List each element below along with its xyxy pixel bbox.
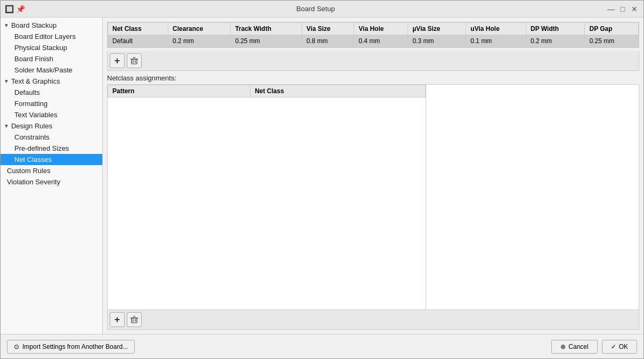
sidebar-item-physical-stackup[interactable]: Physical Stackup xyxy=(1,42,102,53)
add-net-class-button[interactable]: + xyxy=(110,53,125,68)
main-panel: Net Class Clearance Track Width Via Size… xyxy=(103,18,643,334)
delete-net-class-button[interactable] xyxy=(127,53,142,68)
titlebar-left-icons: 🔲 📌 xyxy=(5,5,25,13)
sidebar-label: Pre-defined Sizes xyxy=(14,144,69,152)
trash-icon xyxy=(130,56,138,65)
action-buttons: ⊗ Cancel ✓ OK xyxy=(551,340,637,354)
sidebar-item-defaults[interactable]: Defaults xyxy=(1,87,102,98)
sidebar-item-board-finish[interactable]: Board Finish xyxy=(1,53,102,64)
col-dp-width: DP Width xyxy=(526,23,585,35)
cell-clearance: 0.2 mm xyxy=(168,35,231,47)
col-track-width: Track Width xyxy=(231,23,302,35)
sidebar-item-board-stackup[interactable]: ▼ Board Stackup xyxy=(1,20,102,31)
chevron-icon: ▼ xyxy=(4,78,9,84)
window-title: Board Setup xyxy=(25,5,606,13)
pin-icon: 📌 xyxy=(16,5,25,13)
cancel-icon: ⊗ xyxy=(560,343,566,350)
chevron-icon: ▼ xyxy=(4,22,9,28)
sidebar-item-board-editor-layers[interactable]: Board Editor Layers xyxy=(1,31,102,42)
net-class-toolbar: + xyxy=(107,51,639,71)
col-pattern: Pattern xyxy=(108,85,250,97)
sidebar-item-solder-mask-paste[interactable]: Solder Mask/Paste xyxy=(1,64,102,76)
content-area: ▼ Board Stackup Board Editor Layers Phys… xyxy=(1,18,643,334)
assignments-toolbar: + xyxy=(107,310,639,330)
sidebar-label: Board Stackup xyxy=(11,21,56,29)
sidebar-item-net-classes[interactable]: Net Classes xyxy=(1,154,102,165)
sidebar-item-design-rules[interactable]: ▼ Design Rules xyxy=(1,120,102,132)
trash-icon xyxy=(130,315,138,324)
svg-rect-0 xyxy=(132,59,137,64)
minimize-button[interactable]: — xyxy=(606,4,616,14)
net-class-table: Net Class Clearance Track Width Via Size… xyxy=(108,22,639,47)
col-dp-gap: DP Gap xyxy=(585,23,639,35)
ok-btn-label: OK xyxy=(619,343,628,350)
cell-track-width: 0.25 mm xyxy=(231,35,302,47)
sidebar-label: Text & Graphics xyxy=(11,77,60,85)
col-net-class-assign: Net Class xyxy=(250,85,426,97)
delete-assignment-button[interactable] xyxy=(127,312,142,327)
bottom-bar: ⊙ Import Settings from Another Board... … xyxy=(1,334,643,358)
sidebar-item-violation-severity[interactable]: Violation Severity xyxy=(1,176,102,187)
sidebar-item-constraints[interactable]: Constraints xyxy=(1,132,102,143)
import-settings-button[interactable]: ⊙ Import Settings from Another Board... xyxy=(7,340,135,354)
assignments-table: Pattern Net Class xyxy=(108,85,426,97)
svg-rect-5 xyxy=(132,318,137,323)
assignments-side-panel xyxy=(426,84,639,310)
assignments-section: Netclass assignments: Pattern Net Class xyxy=(107,74,639,330)
col-uvia-size: µVia Size xyxy=(408,23,466,35)
cell-uvia-hole: 0.1 mm xyxy=(466,35,526,47)
sidebar-label: Text Variables xyxy=(14,111,58,119)
app-icon: 🔲 xyxy=(5,5,14,13)
titlebar-right-icons: — □ ✕ xyxy=(606,4,639,14)
col-via-size: Via Size xyxy=(302,23,354,35)
chevron-icon: ▼ xyxy=(4,123,9,129)
sidebar-label: Constraints xyxy=(14,133,50,141)
cell-via-size: 0.8 mm xyxy=(302,35,354,47)
col-clearance: Clearance xyxy=(168,23,231,35)
assignments-tables-container: Pattern Net Class xyxy=(107,84,639,310)
sidebar-item-text-graphics[interactable]: ▼ Text & Graphics xyxy=(1,76,102,87)
sidebar-label: Solder Mask/Paste xyxy=(14,66,72,74)
maximize-button[interactable]: □ xyxy=(618,4,627,14)
sidebar-label: Board Finish xyxy=(14,55,53,63)
sidebar-label: Defaults xyxy=(14,88,40,96)
sidebar-item-formatting[interactable]: Formatting xyxy=(1,98,102,109)
ok-button[interactable]: ✓ OK xyxy=(602,340,637,354)
sidebar-label: Custom Rules xyxy=(7,167,51,175)
close-button[interactable]: ✕ xyxy=(630,4,639,14)
sidebar-label: Net Classes xyxy=(14,156,52,164)
add-assignment-button[interactable]: + xyxy=(110,312,125,327)
sidebar-label: Physical Stackup xyxy=(14,44,67,52)
col-uvia-hole: uVia Hole xyxy=(466,23,526,35)
sidebar-label: Board Editor Layers xyxy=(14,32,76,40)
import-icon: ⊙ xyxy=(14,343,19,350)
cancel-button[interactable]: ⊗ Cancel xyxy=(551,340,597,354)
cell-via-hole: 0.4 mm xyxy=(354,35,408,47)
col-net-class: Net Class xyxy=(108,23,168,35)
assignments-table-container: Pattern Net Class xyxy=(107,84,426,310)
cell-dp-width: 0.2 mm xyxy=(526,35,585,47)
table-row[interactable]: Default 0.2 mm 0.25 mm 0.8 mm 0.4 mm 0.3… xyxy=(108,35,639,47)
cell-dp-gap: 0.25 mm xyxy=(585,35,639,47)
cancel-btn-label: Cancel xyxy=(568,343,588,350)
cell-uvia-size: 0.3 mm xyxy=(408,35,466,47)
sidebar-item-text-variables[interactable]: Text Variables xyxy=(1,109,102,120)
sidebar-label: Formatting xyxy=(14,100,47,108)
import-btn-label: Import Settings from Another Board... xyxy=(22,343,128,350)
cell-net-class: Default xyxy=(108,35,168,47)
sidebar: ▼ Board Stackup Board Editor Layers Phys… xyxy=(1,18,103,334)
sidebar-item-custom-rules[interactable]: Custom Rules xyxy=(1,165,102,176)
net-class-table-section: Net Class Clearance Track Width Via Size… xyxy=(107,22,639,48)
sidebar-label: Design Rules xyxy=(11,122,52,130)
sidebar-label: Violation Severity xyxy=(7,178,60,186)
assignments-label: Netclass assignments: xyxy=(107,74,639,82)
col-via-hole: Via Hole xyxy=(354,23,408,35)
sidebar-item-pre-defined-sizes[interactable]: Pre-defined Sizes xyxy=(1,143,102,154)
main-window: 🔲 📌 Board Setup — □ ✕ ▼ Board Stackup Bo… xyxy=(0,0,644,359)
ok-icon: ✓ xyxy=(611,343,616,350)
titlebar: 🔲 📌 Board Setup — □ ✕ xyxy=(1,1,643,18)
